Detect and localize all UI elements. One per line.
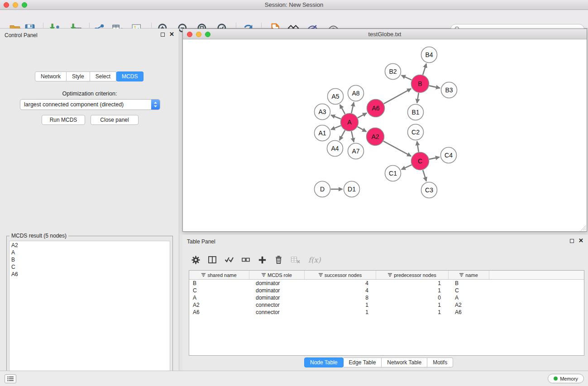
mcds-result-item[interactable]: B bbox=[10, 256, 170, 263]
table-row[interactable]: A2connector11A2 bbox=[189, 301, 584, 309]
table-cell[interactable]: A6 bbox=[189, 309, 249, 315]
tab-select[interactable]: Select bbox=[90, 71, 116, 81]
table-row[interactable]: A6connector11A6 bbox=[189, 309, 584, 316]
edge-A-A3[interactable] bbox=[331, 115, 341, 119]
delete-table-button[interactable] bbox=[291, 255, 301, 264]
node-B2[interactable]: B2 bbox=[385, 64, 401, 80]
node-B3[interactable]: B3 bbox=[441, 82, 457, 98]
close-panel-icon[interactable]: ✕ bbox=[169, 32, 174, 37]
node-A7[interactable]: A7 bbox=[348, 143, 364, 159]
node-C4[interactable]: C4 bbox=[441, 148, 457, 163]
table-cell[interactable]: B bbox=[189, 280, 249, 286]
mcds-result-item[interactable]: A2 bbox=[10, 242, 170, 249]
node-A3[interactable]: A3 bbox=[315, 104, 330, 120]
edge-A-A6[interactable] bbox=[358, 113, 367, 118]
table-settings-button[interactable] bbox=[191, 256, 200, 264]
edge-C-C2[interactable] bbox=[417, 141, 419, 152]
unselect-all-button[interactable] bbox=[241, 256, 250, 263]
node-B[interactable]: B bbox=[411, 75, 429, 93]
table-cell[interactable]: A bbox=[449, 295, 489, 301]
column-header-successor-nodes[interactable]: successor nodes bbox=[305, 271, 376, 279]
mcds-result-list[interactable]: A2ABCA6 bbox=[9, 241, 170, 386]
edge-A6-B[interactable] bbox=[384, 89, 411, 104]
table-cell[interactable]: B bbox=[449, 280, 489, 286]
select-all-button[interactable] bbox=[225, 256, 234, 263]
table-cell[interactable]: connector bbox=[249, 302, 305, 308]
node-A2[interactable]: A2 bbox=[367, 128, 384, 146]
node-C[interactable]: C bbox=[411, 152, 429, 170]
table-cell[interactable]: A6 bbox=[449, 309, 489, 315]
table-cell[interactable]: 0 bbox=[376, 295, 449, 301]
table-cell[interactable]: C bbox=[449, 287, 489, 294]
edge-A-A5[interactable] bbox=[340, 105, 345, 114]
node-B4[interactable]: B4 bbox=[421, 47, 437, 63]
edge-C-C3[interactable] bbox=[423, 170, 426, 181]
node-D[interactable]: D bbox=[315, 181, 330, 197]
column-header-mcds-role[interactable]: MCDS role bbox=[249, 271, 305, 279]
edge-C-C1[interactable] bbox=[402, 165, 412, 169]
table-cell[interactable]: 1 bbox=[305, 302, 376, 308]
edge-A2-C[interactable] bbox=[383, 141, 411, 156]
table-cell[interactable]: A bbox=[189, 295, 249, 301]
mcds-result-item[interactable]: A6 bbox=[10, 271, 170, 278]
resize-grip-icon[interactable] bbox=[581, 225, 586, 231]
node-A8[interactable]: A8 bbox=[348, 86, 364, 101]
column-header-name[interactable]: name bbox=[449, 271, 489, 279]
memory-button[interactable]: Memory bbox=[548, 374, 584, 383]
close-table-panel-icon[interactable]: ✕ bbox=[578, 238, 583, 243]
node-C2[interactable]: C2 bbox=[408, 124, 424, 140]
node-A6[interactable]: A6 bbox=[367, 100, 385, 117]
tab-mcds[interactable]: MCDS bbox=[116, 71, 143, 81]
table-tab-motifs[interactable]: Motifs bbox=[427, 357, 453, 367]
float-table-panel-icon[interactable] bbox=[570, 239, 574, 243]
delete-column-button[interactable] bbox=[274, 255, 283, 264]
table-tab-node-table[interactable]: Node Table bbox=[304, 357, 344, 367]
tab-network[interactable]: Network bbox=[35, 71, 67, 81]
node-B1[interactable]: B1 bbox=[408, 105, 424, 120]
table-cell[interactable]: 1 bbox=[376, 287, 449, 294]
column-header-predecessor-nodes[interactable]: predecessor nodes bbox=[376, 271, 449, 279]
edge-B-B2[interactable] bbox=[402, 75, 412, 80]
node-C1[interactable]: C1 bbox=[385, 166, 401, 181]
table-cell[interactable]: 1 bbox=[305, 309, 376, 315]
run-mcds-button[interactable]: Run MCDS bbox=[42, 115, 85, 125]
table-row[interactable]: Bdominator41B bbox=[189, 280, 584, 287]
table-cell[interactable]: C bbox=[189, 287, 249, 294]
node-A1[interactable]: A1 bbox=[315, 125, 330, 141]
table-cell[interactable]: 1 bbox=[376, 280, 449, 286]
edge-B-B3[interactable] bbox=[429, 86, 440, 88]
edge-A-A1[interactable] bbox=[331, 126, 341, 130]
function-builder-button[interactable]: f(x) bbox=[308, 256, 320, 264]
edge-B-B4[interactable] bbox=[423, 64, 426, 75]
table-cell[interactable]: 1 bbox=[376, 302, 449, 308]
tab-style[interactable]: Style bbox=[67, 71, 90, 81]
table-cell[interactable]: A2 bbox=[449, 302, 489, 308]
mcds-result-item[interactable]: A bbox=[10, 249, 170, 256]
node-A5[interactable]: A5 bbox=[328, 89, 344, 105]
node-table[interactable]: shared nameMCDS rolesuccessor nodesprede… bbox=[189, 270, 584, 356]
network-window-titlebar[interactable]: testGlobe.txt bbox=[183, 29, 587, 39]
edge-C-C4[interactable] bbox=[429, 157, 440, 159]
table-cell[interactable]: connector bbox=[249, 309, 305, 315]
edge-A-A4[interactable] bbox=[339, 130, 345, 140]
mcds-result-item[interactable]: C bbox=[10, 263, 170, 271]
table-cell[interactable]: 4 bbox=[305, 280, 376, 286]
node-C3[interactable]: C3 bbox=[421, 182, 437, 198]
column-header-shared-name[interactable]: shared name bbox=[189, 271, 249, 279]
edge-A-A7[interactable] bbox=[351, 131, 354, 142]
close-panel-button[interactable]: Close panel bbox=[91, 115, 139, 125]
task-history-button[interactable] bbox=[5, 374, 16, 383]
table-tab-edge-table[interactable]: Edge Table bbox=[344, 357, 382, 367]
float-panel-icon[interactable] bbox=[161, 33, 165, 37]
table-cell[interactable]: dominator bbox=[249, 295, 305, 301]
node-D1[interactable]: D1 bbox=[344, 181, 360, 197]
node-A[interactable]: A bbox=[341, 114, 359, 131]
edge-A-A2[interactable] bbox=[358, 127, 367, 132]
table-cell[interactable]: 8 bbox=[305, 295, 376, 301]
table-cell[interactable]: dominator bbox=[249, 280, 305, 286]
network-canvas[interactable]: AA1A2A3A4A5A6A7A8BB1B2B3B4CC1C2C3C4DD1 bbox=[183, 40, 587, 231]
edge-B-B1[interactable] bbox=[417, 93, 419, 103]
edge-A-A8[interactable] bbox=[351, 102, 354, 113]
table-cell[interactable]: 4 bbox=[305, 287, 376, 294]
table-cell[interactable]: A2 bbox=[189, 302, 249, 308]
